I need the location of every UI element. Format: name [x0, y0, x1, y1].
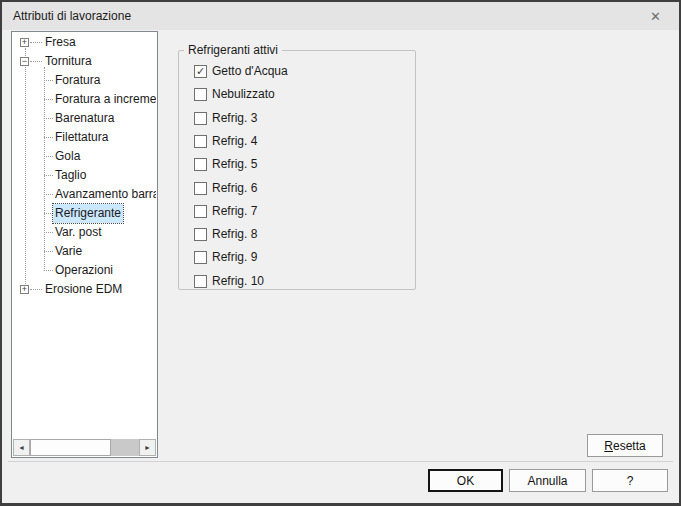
- checkbox-unchecked-icon[interactable]: ✓: [194, 158, 207, 171]
- tree-item-filettatura[interactable]: Filettatura: [13, 128, 156, 147]
- reset-button-accelerator: R: [604, 439, 613, 453]
- tree-item-operazioni[interactable]: Operazioni: [13, 261, 156, 280]
- tree-connector-dash: [44, 156, 53, 157]
- checkbox-unchecked-icon[interactable]: ✓: [194, 251, 207, 264]
- button-row-separator: [8, 461, 673, 462]
- checkbox-label: Getto d'Acqua: [212, 60, 288, 83]
- collapse-minus-icon[interactable]: −: [20, 57, 29, 66]
- checkbox-checked-icon[interactable]: ✓: [194, 65, 207, 78]
- checkbox-label: Refrig. 10: [212, 270, 264, 293]
- tree-item-refrigerante[interactable]: Refrigerante: [13, 204, 156, 223]
- tree-connector-dash: [44, 232, 53, 233]
- tree-item-label: Barenatura: [53, 109, 116, 128]
- checkbox-refrig-8[interactable]: ✓Refrig. 8: [179, 223, 415, 246]
- tree-horizontal-scrollbar[interactable]: ◄ ►: [13, 439, 156, 456]
- tree-item-foratura-a-incremer[interactable]: Foratura a incremer: [13, 90, 156, 109]
- tree-connector-dash: [44, 99, 53, 100]
- tree-item-varie[interactable]: Varie: [13, 242, 156, 261]
- tree-connector-dash: [44, 80, 53, 81]
- reset-button[interactable]: Resetta: [587, 434, 663, 457]
- tree-item-label: Foratura: [53, 71, 102, 90]
- tree-item-label: Operazioni: [53, 261, 115, 280]
- tree-connector-dash: [44, 175, 53, 176]
- tree-item-label: Taglio: [53, 166, 88, 185]
- checkbox-refrig-6[interactable]: ✓Refrig. 6: [179, 177, 415, 200]
- tree-item-label: Gola: [53, 147, 82, 166]
- tree-item-label: Fresa: [43, 33, 78, 52]
- tree-item-tornitura[interactable]: −Tornitura: [13, 52, 156, 71]
- refrigeranti-attivi-groupbox: Refrigeranti attivi ✓Getto d'Acqua✓Nebul…: [178, 50, 416, 290]
- check-mark-icon: ✓: [196, 65, 205, 78]
- tree-connector-dash: [44, 137, 53, 138]
- checkbox-unchecked-icon[interactable]: ✓: [194, 275, 207, 288]
- checkbox-refrig-10[interactable]: ✓Refrig. 10: [179, 270, 415, 293]
- checkbox-label: Nebulizzato: [212, 83, 275, 106]
- tree-item-label: Refrigerante: [53, 204, 123, 223]
- scroll-left-arrow-icon[interactable]: ◄: [13, 439, 30, 456]
- tree-connector-dash: [44, 251, 53, 252]
- checkbox-unchecked-icon[interactable]: ✓: [194, 182, 207, 195]
- checkbox-unchecked-icon[interactable]: ✓: [194, 112, 207, 125]
- close-icon[interactable]: ✕: [650, 2, 661, 30]
- tree-item-avanzamento-barra[interactable]: Avanzamento barra: [13, 185, 156, 204]
- dialog-attributi-di-lavorazione: Attributi di lavorazione ✕ +Fresa−Tornit…: [0, 0, 681, 506]
- checkbox-label: Refrig. 6: [212, 177, 257, 200]
- checkbox-nebulizzato[interactable]: ✓Nebulizzato: [179, 83, 415, 106]
- ok-button[interactable]: OK: [428, 469, 503, 492]
- checkbox-refrig-9[interactable]: ✓Refrig. 9: [179, 246, 415, 269]
- checkbox-refrig-3[interactable]: ✓Refrig. 3: [179, 107, 415, 130]
- tree-connector-dash: [44, 118, 53, 119]
- tree-item-fresa[interactable]: +Fresa: [13, 33, 156, 52]
- tree-item-label: Varie: [53, 242, 84, 261]
- checkbox-label: Refrig. 3: [212, 107, 257, 130]
- scroll-right-arrow-icon[interactable]: ►: [139, 439, 156, 456]
- cancel-button[interactable]: Annulla: [509, 469, 586, 492]
- machining-attribute-tree[interactable]: +Fresa−TornituraForaturaForatura a incre…: [11, 31, 158, 458]
- tree-items: +Fresa−TornituraForaturaForatura a incre…: [13, 33, 156, 439]
- help-button[interactable]: ?: [592, 469, 668, 492]
- tree-item-var-post[interactable]: Var. post: [13, 223, 156, 242]
- titlebar: Attributi di lavorazione ✕: [2, 2, 679, 30]
- tree-item-label: Tornitura: [43, 52, 94, 71]
- tree-item-label: Var. post: [53, 223, 103, 242]
- groupbox-title: Refrigeranti attivi: [184, 43, 282, 57]
- checkbox-label: Refrig. 8: [212, 223, 257, 246]
- tree-item-label: Foratura a incremer: [53, 90, 156, 109]
- checkbox-label: Refrig. 5: [212, 153, 257, 176]
- window-title: Attributi di lavorazione: [13, 2, 131, 30]
- checkbox-label: Refrig. 7: [212, 200, 257, 223]
- scrollbar-thumb[interactable]: [30, 439, 111, 456]
- tree-connector-dash: [30, 289, 42, 290]
- checkbox-unchecked-icon[interactable]: ✓: [194, 228, 207, 241]
- tree-item-label: Avanzamento barra: [53, 185, 156, 204]
- tree-item-gola[interactable]: Gola: [13, 147, 156, 166]
- checkbox-unchecked-icon[interactable]: ✓: [194, 88, 207, 101]
- checkbox-label: Refrig. 4: [212, 130, 257, 153]
- checkbox-refrig-4[interactable]: ✓Refrig. 4: [179, 130, 415, 153]
- tree-item-erosione-edm[interactable]: +Erosione EDM: [13, 280, 156, 299]
- tree-item-taglio[interactable]: Taglio: [13, 166, 156, 185]
- expand-plus-icon[interactable]: +: [20, 285, 29, 294]
- tree-item-label: Erosione EDM: [43, 280, 124, 299]
- checkbox-unchecked-icon[interactable]: ✓: [194, 205, 207, 218]
- expand-plus-icon[interactable]: +: [20, 38, 29, 47]
- tree-connector-dash: [44, 213, 53, 214]
- checkbox-label: Refrig. 9: [212, 246, 257, 269]
- tree-connector-dash: [30, 42, 42, 43]
- tree-item-foratura[interactable]: Foratura: [13, 71, 156, 90]
- tree-connector-dash: [44, 270, 53, 271]
- tree-item-label: Filettatura: [53, 128, 110, 147]
- tree-item-barenatura[interactable]: Barenatura: [13, 109, 156, 128]
- reset-button-label: esetta: [613, 439, 646, 453]
- checkbox-refrig-7[interactable]: ✓Refrig. 7: [179, 200, 415, 223]
- checkbox-unchecked-icon[interactable]: ✓: [194, 135, 207, 148]
- tree-connector-dash: [44, 194, 53, 195]
- tree-connector-dash: [30, 61, 42, 62]
- checkbox-refrig-5[interactable]: ✓Refrig. 5: [179, 153, 415, 176]
- checkbox-getto-d-acqua[interactable]: ✓Getto d'Acqua: [179, 60, 415, 83]
